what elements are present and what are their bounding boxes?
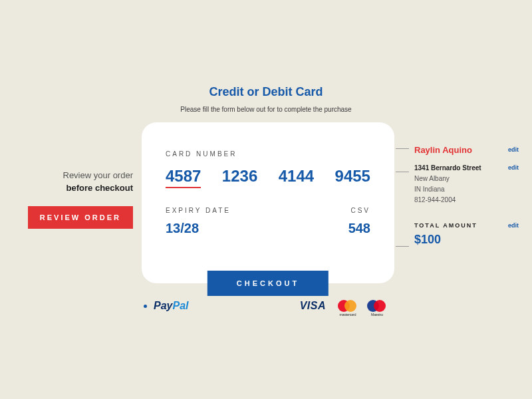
card-number-group-1[interactable]: 4587 (166, 167, 201, 188)
page-subtitle: Please fill the form below out for to co… (0, 106, 532, 113)
card-number-label: CARD NUMBER (166, 150, 370, 158)
card-number-group-3[interactable]: 4144 (279, 167, 314, 188)
radio-selected-icon[interactable] (144, 305, 147, 308)
csv-input[interactable]: 548 (348, 221, 370, 236)
page-title: Credit or Debit Card (0, 85, 532, 99)
total-amount-value: $100 (414, 233, 524, 247)
paypal-option[interactable]: PayPal (154, 300, 188, 312)
edit-amount-link[interactable]: edit (508, 222, 519, 229)
maestro-logo: Maestro (367, 299, 387, 313)
card-number-group-4[interactable]: 9455 (335, 167, 370, 188)
paypal-logo-part2: Pal (172, 300, 188, 311)
card-panel: CARD NUMBER 4587 1236 4144 9455 EXPIRY D… (142, 122, 394, 283)
leader-line (396, 246, 409, 247)
address-state: IN Indiana (414, 186, 524, 193)
card-number-input[interactable]: 4587 1236 4144 9455 (166, 167, 370, 188)
edit-address-link[interactable]: edit (508, 164, 519, 171)
card-number-group-2[interactable]: 1236 (222, 167, 257, 188)
edit-name-link[interactable]: edit (508, 146, 519, 153)
review-order-button[interactable]: REVIEW ORDER (28, 206, 133, 229)
paypal-logo-part1: Pay (154, 300, 172, 311)
visa-logo: VISA (300, 300, 326, 312)
mastercard-logo: mastercard (338, 299, 358, 313)
address-phone: 812-944-2004 (414, 196, 524, 203)
leader-line (396, 148, 409, 149)
review-text-2: before checkout (20, 183, 133, 193)
checkout-button[interactable]: CHECKOUT (207, 271, 329, 296)
leader-line (396, 172, 409, 172)
review-text-1: Review your order (20, 170, 133, 180)
expiry-input[interactable]: 13/28 (166, 221, 231, 236)
address-city: New Albany (414, 175, 524, 182)
csv-label: CSV (348, 207, 370, 214)
expiry-label: EXPIRY DATE (166, 207, 231, 214)
